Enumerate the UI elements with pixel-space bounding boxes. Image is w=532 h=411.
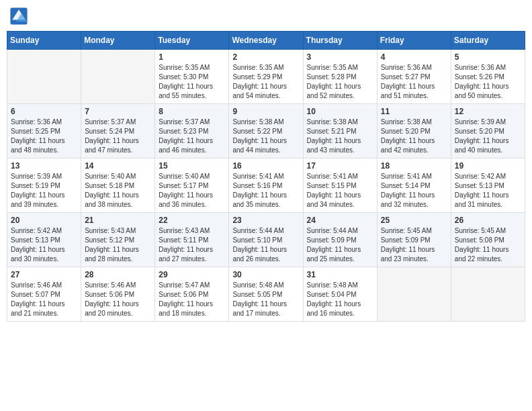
weekday-header: Sunday xyxy=(7,32,81,50)
day-number: 30 xyxy=(232,270,299,279)
day-number: 21 xyxy=(85,216,151,225)
day-number: 10 xyxy=(307,107,373,116)
calendar-week-row: 13Sunrise: 5:39 AMSunset: 5:19 PMDayligh… xyxy=(7,158,525,213)
calendar-cell: 14Sunrise: 5:40 AMSunset: 5:18 PMDayligh… xyxy=(81,158,155,213)
calendar-cell: 31Sunrise: 5:48 AMSunset: 5:04 PMDayligh… xyxy=(303,267,377,322)
day-info: Sunrise: 5:35 AMSunset: 5:29 PMDaylight:… xyxy=(232,63,299,101)
day-info: Sunrise: 5:42 AMSunset: 5:13 PMDaylight:… xyxy=(455,172,521,210)
day-number: 5 xyxy=(455,52,521,62)
calendar-cell: 12Sunrise: 5:39 AMSunset: 5:20 PMDayligh… xyxy=(451,104,525,158)
calendar-cell: 6Sunrise: 5:36 AMSunset: 5:25 PMDaylight… xyxy=(7,104,81,158)
day-number: 7 xyxy=(85,107,151,116)
day-number: 3 xyxy=(307,52,373,62)
day-number: 29 xyxy=(159,270,225,279)
calendar-cell: 24Sunrise: 5:44 AMSunset: 5:09 PMDayligh… xyxy=(303,213,377,267)
page-header xyxy=(7,7,525,26)
calendar-cell: 30Sunrise: 5:48 AMSunset: 5:05 PMDayligh… xyxy=(229,267,303,322)
calendar-cell: 15Sunrise: 5:40 AMSunset: 5:17 PMDayligh… xyxy=(155,158,229,213)
calendar-cell: 25Sunrise: 5:45 AMSunset: 5:09 PMDayligh… xyxy=(377,213,451,267)
day-number: 17 xyxy=(307,161,373,171)
calendar-cell: 28Sunrise: 5:46 AMSunset: 5:06 PMDayligh… xyxy=(81,267,155,322)
day-number: 11 xyxy=(381,107,447,116)
day-info: Sunrise: 5:48 AMSunset: 5:05 PMDaylight:… xyxy=(232,281,299,318)
day-info: Sunrise: 5:36 AMSunset: 5:26 PMDaylight:… xyxy=(455,63,521,101)
calendar-cell xyxy=(377,267,451,322)
day-number: 28 xyxy=(85,270,151,279)
calendar-cell: 20Sunrise: 5:42 AMSunset: 5:13 PMDayligh… xyxy=(7,213,81,267)
day-info: Sunrise: 5:42 AMSunset: 5:13 PMDaylight:… xyxy=(11,226,77,264)
calendar-cell: 4Sunrise: 5:36 AMSunset: 5:27 PMDaylight… xyxy=(377,50,451,104)
calendar-cell: 17Sunrise: 5:41 AMSunset: 5:15 PMDayligh… xyxy=(303,158,377,213)
day-info: Sunrise: 5:46 AMSunset: 5:06 PMDaylight:… xyxy=(85,281,151,318)
day-number: 6 xyxy=(11,107,77,116)
calendar-cell: 2Sunrise: 5:35 AMSunset: 5:29 PMDaylight… xyxy=(229,50,303,104)
day-number: 14 xyxy=(85,161,151,171)
day-number: 12 xyxy=(455,107,521,116)
day-info: Sunrise: 5:36 AMSunset: 5:27 PMDaylight:… xyxy=(381,63,447,101)
day-number: 23 xyxy=(232,216,299,225)
logo xyxy=(9,7,31,26)
day-info: Sunrise: 5:38 AMSunset: 5:20 PMDaylight:… xyxy=(381,118,447,155)
calendar-cell xyxy=(81,50,155,104)
day-info: Sunrise: 5:48 AMSunset: 5:04 PMDaylight:… xyxy=(307,281,373,318)
calendar-cell: 1Sunrise: 5:35 AMSunset: 5:30 PMDaylight… xyxy=(155,50,229,104)
calendar-cell: 27Sunrise: 5:46 AMSunset: 5:07 PMDayligh… xyxy=(7,267,81,322)
day-number: 9 xyxy=(232,107,299,116)
calendar-cell xyxy=(451,267,525,322)
calendar-cell: 19Sunrise: 5:42 AMSunset: 5:13 PMDayligh… xyxy=(451,158,525,213)
day-info: Sunrise: 5:35 AMSunset: 5:28 PMDaylight:… xyxy=(307,63,373,101)
calendar-week-row: 6Sunrise: 5:36 AMSunset: 5:25 PMDaylight… xyxy=(7,104,525,158)
day-number: 24 xyxy=(307,216,373,225)
weekday-header: Saturday xyxy=(451,32,525,50)
calendar-cell: 23Sunrise: 5:44 AMSunset: 5:10 PMDayligh… xyxy=(229,213,303,267)
calendar-cell: 16Sunrise: 5:41 AMSunset: 5:16 PMDayligh… xyxy=(229,158,303,213)
day-info: Sunrise: 5:45 AMSunset: 5:08 PMDaylight:… xyxy=(455,226,521,264)
day-info: Sunrise: 5:38 AMSunset: 5:22 PMDaylight:… xyxy=(232,118,299,155)
calendar-cell: 9Sunrise: 5:38 AMSunset: 5:22 PMDaylight… xyxy=(229,104,303,158)
day-info: Sunrise: 5:45 AMSunset: 5:09 PMDaylight:… xyxy=(381,226,447,264)
day-info: Sunrise: 5:37 AMSunset: 5:23 PMDaylight:… xyxy=(159,118,225,155)
calendar-cell: 21Sunrise: 5:43 AMSunset: 5:12 PMDayligh… xyxy=(81,213,155,267)
calendar-cell: 22Sunrise: 5:43 AMSunset: 5:11 PMDayligh… xyxy=(155,213,229,267)
day-info: Sunrise: 5:37 AMSunset: 5:24 PMDaylight:… xyxy=(85,118,151,155)
calendar-cell: 7Sunrise: 5:37 AMSunset: 5:24 PMDaylight… xyxy=(81,104,155,158)
day-number: 16 xyxy=(232,161,299,171)
calendar-week-row: 1Sunrise: 5:35 AMSunset: 5:30 PMDaylight… xyxy=(7,50,525,104)
day-info: Sunrise: 5:43 AMSunset: 5:11 PMDaylight:… xyxy=(159,226,225,264)
day-number: 20 xyxy=(11,216,77,225)
calendar-table: SundayMondayTuesdayWednesdayThursdayFrid… xyxy=(7,31,525,322)
day-number: 26 xyxy=(455,216,521,225)
weekday-header: Thursday xyxy=(303,32,377,50)
day-number: 2 xyxy=(232,52,299,62)
day-number: 1 xyxy=(159,52,225,62)
day-number: 19 xyxy=(455,161,521,171)
day-number: 8 xyxy=(159,107,225,116)
day-info: Sunrise: 5:40 AMSunset: 5:18 PMDaylight:… xyxy=(85,172,151,210)
day-info: Sunrise: 5:44 AMSunset: 5:09 PMDaylight:… xyxy=(307,226,373,264)
calendar-cell: 5Sunrise: 5:36 AMSunset: 5:26 PMDaylight… xyxy=(451,50,525,104)
calendar-cell: 18Sunrise: 5:41 AMSunset: 5:14 PMDayligh… xyxy=(377,158,451,213)
day-info: Sunrise: 5:39 AMSunset: 5:19 PMDaylight:… xyxy=(11,172,77,210)
day-number: 13 xyxy=(11,161,77,171)
day-info: Sunrise: 5:39 AMSunset: 5:20 PMDaylight:… xyxy=(455,118,521,155)
weekday-header: Friday xyxy=(377,32,451,50)
day-info: Sunrise: 5:40 AMSunset: 5:17 PMDaylight:… xyxy=(159,172,225,210)
day-info: Sunrise: 5:35 AMSunset: 5:30 PMDaylight:… xyxy=(159,63,225,101)
day-number: 15 xyxy=(159,161,225,171)
day-info: Sunrise: 5:41 AMSunset: 5:15 PMDaylight:… xyxy=(307,172,373,210)
weekday-header: Monday xyxy=(81,32,155,50)
day-number: 22 xyxy=(159,216,225,225)
weekday-header: Tuesday xyxy=(155,32,229,50)
day-number: 31 xyxy=(307,270,373,279)
calendar-cell: 13Sunrise: 5:39 AMSunset: 5:19 PMDayligh… xyxy=(7,158,81,213)
calendar-cell: 10Sunrise: 5:38 AMSunset: 5:21 PMDayligh… xyxy=(303,104,377,158)
calendar-cell: 11Sunrise: 5:38 AMSunset: 5:20 PMDayligh… xyxy=(377,104,451,158)
calendar-cell: 8Sunrise: 5:37 AMSunset: 5:23 PMDaylight… xyxy=(155,104,229,158)
calendar-week-row: 27Sunrise: 5:46 AMSunset: 5:07 PMDayligh… xyxy=(7,267,525,322)
day-info: Sunrise: 5:44 AMSunset: 5:10 PMDaylight:… xyxy=(232,226,299,264)
day-info: Sunrise: 5:41 AMSunset: 5:14 PMDaylight:… xyxy=(381,172,447,210)
calendar-week-row: 20Sunrise: 5:42 AMSunset: 5:13 PMDayligh… xyxy=(7,213,525,267)
day-info: Sunrise: 5:38 AMSunset: 5:21 PMDaylight:… xyxy=(307,118,373,155)
day-number: 27 xyxy=(11,270,77,279)
calendar-cell xyxy=(7,50,81,104)
